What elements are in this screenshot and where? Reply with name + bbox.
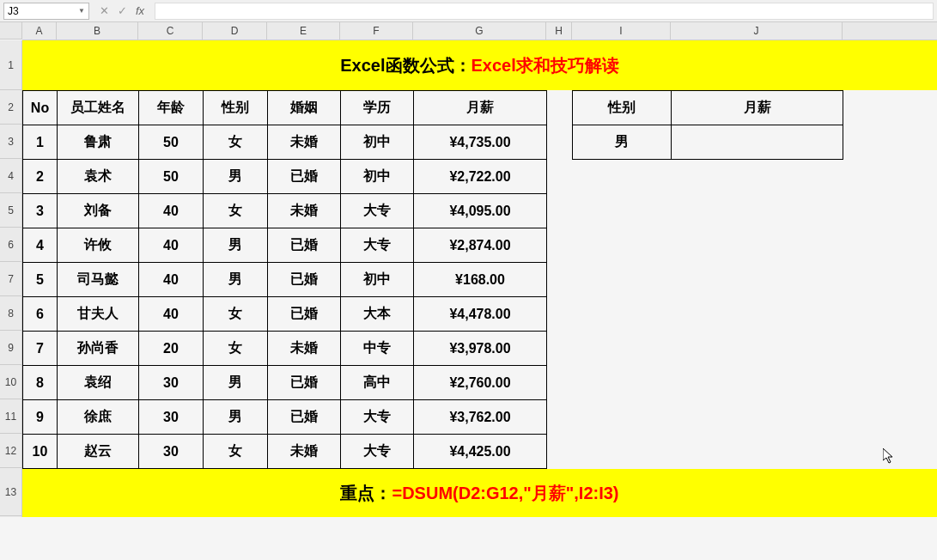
spacer[interactable] [547,435,573,469]
empty-j[interactable] [672,332,843,366]
cell-edu[interactable]: 高中 [341,366,414,400]
cell-sal[interactable]: ¥168.00 [414,263,547,297]
empty-i[interactable] [573,366,672,400]
cell-name[interactable]: 鲁肃 [58,125,139,160]
cell-sex[interactable]: 男 [204,366,268,400]
spacer[interactable] [547,366,573,400]
cell-sal[interactable]: ¥2,874.00 [414,228,547,263]
cell-sex[interactable]: 男 [204,228,268,263]
cell-age[interactable]: 30 [139,400,204,435]
spacer[interactable] [547,332,573,366]
cell-edu[interactable]: 大专 [341,435,414,469]
cell-name[interactable]: 孙尚香 [58,332,139,366]
empty-j[interactable] [672,297,843,332]
cell-mar[interactable]: 已婚 [268,228,341,263]
cell-name[interactable]: 刘备 [58,194,139,228]
cell-name[interactable]: 袁术 [58,160,139,194]
empty-i[interactable] [573,400,672,435]
cell-no[interactable]: 2 [23,160,58,194]
spacer[interactable] [547,160,573,194]
spacer[interactable] [547,297,573,332]
empty-i[interactable] [573,160,672,194]
spacer[interactable] [547,263,573,297]
enter-icon[interactable]: ✓ [118,4,127,17]
cell-edu[interactable]: 大专 [341,194,414,228]
empty-i[interactable] [573,194,672,228]
cell-no[interactable]: 4 [23,228,58,263]
cell-sex[interactable]: 女 [204,125,268,160]
cell-mar[interactable]: 已婚 [268,297,341,332]
cell-age[interactable]: 40 [139,297,204,332]
cell-sex[interactable]: 女 [204,194,268,228]
cell-no[interactable]: 3 [23,194,58,228]
row-header-5[interactable]: 5 [0,193,21,228]
header-mar[interactable]: 婚姻 [268,91,341,125]
row-header-2[interactable]: 2 [0,90,21,125]
header-age[interactable]: 年龄 [139,91,204,125]
cell-sex[interactable]: 女 [204,435,268,469]
cell-sal[interactable]: ¥4,425.00 [414,435,547,469]
empty-i[interactable] [573,228,672,263]
row-header-11[interactable]: 11 [0,399,21,434]
cell-name[interactable]: 赵云 [58,435,139,469]
cell-mar[interactable]: 未婚 [268,332,341,366]
cell-sex[interactable]: 女 [204,297,268,332]
cell-sal[interactable]: ¥4,478.00 [414,297,547,332]
spacer-h[interactable] [547,91,573,125]
cell-mar[interactable]: 已婚 [268,400,341,435]
cell-no[interactable]: 9 [23,400,58,435]
empty-j[interactable] [672,435,843,469]
cell-sal[interactable]: ¥4,095.00 [414,194,547,228]
side-value-sex[interactable]: 男 [573,125,672,160]
empty-i[interactable] [573,332,672,366]
cell-edu[interactable]: 中专 [341,332,414,366]
col-header-J[interactable]: J [671,22,843,40]
cell-no[interactable]: 6 [23,297,58,332]
cancel-icon[interactable]: ✕ [100,4,109,17]
cell-sal[interactable]: ¥3,762.00 [414,400,547,435]
cell-age[interactable]: 40 [139,228,204,263]
cell-age[interactable]: 30 [139,435,204,469]
cell-mar[interactable]: 已婚 [268,366,341,400]
header-sal[interactable]: 月薪 [414,91,547,125]
header-edu[interactable]: 学历 [341,91,414,125]
cell-edu[interactable]: 大专 [341,228,414,263]
side-header-sal[interactable]: 月薪 [672,91,843,125]
col-header-B[interactable]: B [57,22,138,40]
cell-name[interactable]: 徐庶 [58,400,139,435]
row-header-8[interactable]: 8 [0,296,21,331]
cell-sal[interactable]: ¥3,978.00 [414,332,547,366]
cell-name[interactable]: 袁绍 [58,366,139,400]
empty-j[interactable] [672,160,843,194]
cell-age[interactable]: 40 [139,194,204,228]
cell-sex[interactable]: 男 [204,160,268,194]
cell-age[interactable]: 40 [139,263,204,297]
cell-sex[interactable]: 男 [204,400,268,435]
cell-edu[interactable]: 初中 [341,263,414,297]
row-header-4[interactable]: 4 [0,159,21,193]
select-all-corner[interactable] [0,22,22,40]
spacer[interactable] [547,125,573,160]
cell-mar[interactable]: 未婚 [268,125,341,160]
cell-age[interactable]: 50 [139,160,204,194]
cell-no[interactable]: 1 [23,125,58,160]
spacer[interactable] [547,400,573,435]
cell-age[interactable]: 30 [139,366,204,400]
cell-name[interactable]: 甘夫人 [58,297,139,332]
row-header-3[interactable]: 3 [0,125,21,159]
col-header-D[interactable]: D [203,22,267,40]
cell-age[interactable]: 50 [139,125,204,160]
cells-area[interactable]: Excel函数公式： Excel求和技巧解读 No员工姓名年龄性别婚姻学历月薪性… [22,40,937,517]
col-header-I[interactable]: I [572,22,671,40]
col-header-H[interactable]: H [546,22,572,40]
spacer[interactable] [547,194,573,228]
col-header-E[interactable]: E [267,22,340,40]
col-header-C[interactable]: C [138,22,203,40]
cell-edu[interactable]: 初中 [341,160,414,194]
name-box[interactable]: J3 ▼ [3,3,89,20]
empty-j[interactable] [672,263,843,297]
row-header-6[interactable]: 6 [0,228,21,262]
row-header-13[interactable]: 13 [0,468,21,516]
header-no[interactable]: No [23,91,58,125]
cell-mar[interactable]: 未婚 [268,194,341,228]
